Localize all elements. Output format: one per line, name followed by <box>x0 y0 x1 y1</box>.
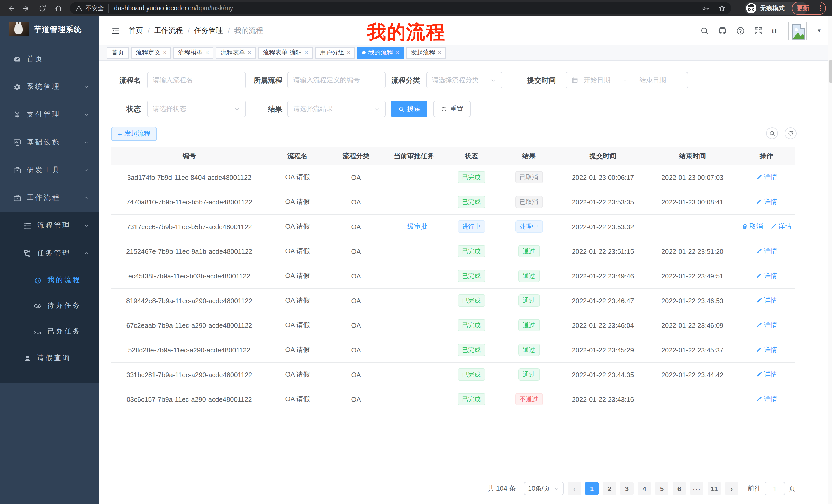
cancel-link[interactable]: 取消 <box>741 222 763 231</box>
page-button-2[interactable]: 2 <box>603 482 616 495</box>
app-logo[interactable]: 芋道管理系统 <box>0 17 99 42</box>
update-label[interactable]: 更新 <box>797 4 809 12</box>
fold-icon[interactable] <box>111 26 120 35</box>
trash-icon <box>741 223 748 230</box>
detail-link[interactable]: 详情 <box>756 395 777 404</box>
table-search-button[interactable] <box>766 128 778 139</box>
tab-流程表单[interactable]: 流程表单× <box>216 47 256 58</box>
breadcrumb-separator: / <box>228 26 230 35</box>
page-button-6[interactable]: 6 <box>673 482 686 495</box>
tab-发起流程[interactable]: 发起流程× <box>406 47 446 58</box>
home-icon[interactable] <box>54 4 63 12</box>
security-label[interactable]: 不安全 <box>85 4 104 12</box>
tab-用户分组[interactable]: 用户分组× <box>315 47 355 58</box>
detail-link[interactable]: 详情 <box>770 222 791 231</box>
process-name-input[interactable]: 请输入流程名 <box>147 72 246 88</box>
key-icon[interactable] <box>701 4 710 12</box>
tab-流程定义[interactable]: 流程定义× <box>131 47 171 58</box>
close-icon[interactable]: × <box>395 50 399 55</box>
sidebar-item-请假查询[interactable]: 请假查询 <box>0 344 99 372</box>
scrollbar-thumb[interactable] <box>829 60 832 83</box>
avatar[interactable] <box>788 21 807 40</box>
browser-update-button[interactable]: 更新 <box>792 2 826 15</box>
breadcrumb-item[interactable]: 工作流程 <box>154 26 183 35</box>
detail-link[interactable]: 详情 <box>756 173 777 182</box>
close-icon[interactable]: × <box>438 50 441 55</box>
table-refresh-button[interactable] <box>785 128 797 139</box>
github-icon[interactable] <box>718 26 727 35</box>
column-header: 编号 <box>111 147 267 165</box>
page-button-5[interactable]: 5 <box>655 482 669 495</box>
tab-首页[interactable]: 首页 <box>107 47 129 58</box>
page-button-4[interactable]: 4 <box>638 482 651 495</box>
close-icon[interactable]: × <box>305 50 308 55</box>
search-icon[interactable] <box>700 26 709 35</box>
goto-page-input[interactable] <box>765 482 785 495</box>
fullscreen-icon[interactable] <box>754 26 763 35</box>
scrollbar[interactable] <box>828 17 832 504</box>
caret-down-icon[interactable]: ▼ <box>816 28 822 33</box>
sidebar-item-工作流程[interactable]: 工作流程 <box>0 184 99 212</box>
address-bar[interactable]: 不安全 dashboard.yudao.iocoder.cn/bpm/task/… <box>70 2 731 15</box>
page-button-3[interactable]: 3 <box>620 482 633 495</box>
url-text[interactable]: dashboard.yudao.iocoder.cn/bpm/task/my <box>114 5 233 12</box>
detail-link[interactable]: 详情 <box>756 345 777 355</box>
sidebar-item-已办任务[interactable]: 已办任务 <box>0 318 99 344</box>
more-pages-button[interactable]: ··· <box>690 482 703 495</box>
sidebar-item-基础设施[interactable]: 基础设施 <box>0 129 99 156</box>
close-icon[interactable]: × <box>205 50 209 55</box>
back-icon[interactable] <box>6 4 15 12</box>
sidebar-item-系统管理[interactable]: 系统管理 <box>0 73 99 101</box>
page-button-11[interactable]: 11 <box>707 482 721 495</box>
forward-icon[interactable] <box>22 4 31 12</box>
reset-button[interactable]: 重置 <box>434 101 470 117</box>
breadcrumb-item[interactable]: 任务管理 <box>194 26 223 35</box>
chevron-down-icon <box>554 486 560 492</box>
sidebar-item-支付管理[interactable]: 支付管理 <box>0 101 99 129</box>
sidebar-item-我的流程[interactable]: 我的流程 <box>0 267 99 293</box>
detail-link[interactable]: 详情 <box>756 247 777 256</box>
cell-submit-time: 2022-01-22 23:51:15 <box>558 239 647 263</box>
create-process-button[interactable]: +发起流程 <box>111 127 157 141</box>
kebab-menu-icon[interactable] <box>820 5 821 11</box>
task-link[interactable]: 一级审批 <box>400 222 427 231</box>
process-def-input[interactable]: 请输入流程定义的编号 <box>287 72 386 88</box>
reload-icon[interactable] <box>38 4 47 12</box>
font-size-icon[interactable]: tT <box>772 26 778 35</box>
result-select[interactable]: 请选择流结果 <box>287 101 386 117</box>
sidebar-item-待办任务[interactable]: 待办任务 <box>0 293 99 318</box>
tab-流程表单-编辑[interactable]: 流程表单-编辑× <box>258 47 313 58</box>
sidebar-item-研发工具[interactable]: 研发工具 <box>0 156 99 184</box>
sidebar-item-首页[interactable]: 首页 <box>0 45 99 73</box>
star-icon[interactable] <box>718 4 726 12</box>
detail-link[interactable]: 详情 <box>756 320 777 330</box>
prev-page-button[interactable]: ‹ <box>568 482 581 495</box>
tab-流程模型[interactable]: 流程模型× <box>174 47 213 58</box>
warning-icon[interactable] <box>75 4 83 12</box>
result-badge: 通过 <box>518 319 540 331</box>
detail-link[interactable]: 详情 <box>756 197 777 206</box>
close-icon[interactable]: × <box>347 50 350 55</box>
date-start-placeholder[interactable]: 开始日期 <box>583 76 610 85</box>
category-select[interactable]: 请选择流程分类 <box>426 72 502 88</box>
detail-link[interactable]: 详情 <box>756 296 777 305</box>
page-button-1[interactable]: 1 <box>585 482 599 495</box>
cell-name: OA 请假 <box>267 313 328 338</box>
close-icon[interactable]: × <box>163 50 166 55</box>
next-page-button[interactable]: › <box>725 482 738 495</box>
tab-我的流程[interactable]: 我的流程× <box>357 47 404 58</box>
cell-end-time: 2022-01-22 23:44:42 <box>647 362 737 387</box>
breadcrumb-item[interactable]: 首页 <box>129 26 143 35</box>
sidebar-item-任务管理[interactable]: 任务管理 <box>0 240 99 267</box>
submit-time-range[interactable]: 开始日期 - 结束日期 <box>566 72 688 88</box>
search-button[interactable]: 搜索 <box>391 101 427 117</box>
sidebar-item-流程管理[interactable]: 流程管理 <box>0 212 99 240</box>
close-icon[interactable]: × <box>248 50 251 55</box>
question-icon[interactable] <box>736 26 745 35</box>
page-size-select[interactable]: 10条/页 <box>524 482 564 495</box>
status-select[interactable]: 请选择状态 <box>147 101 246 117</box>
detail-link[interactable]: 详情 <box>756 271 777 281</box>
cell-name: OA 请假 <box>267 362 328 387</box>
detail-link[interactable]: 详情 <box>756 370 777 379</box>
date-end-placeholder[interactable]: 结束日期 <box>640 76 666 85</box>
